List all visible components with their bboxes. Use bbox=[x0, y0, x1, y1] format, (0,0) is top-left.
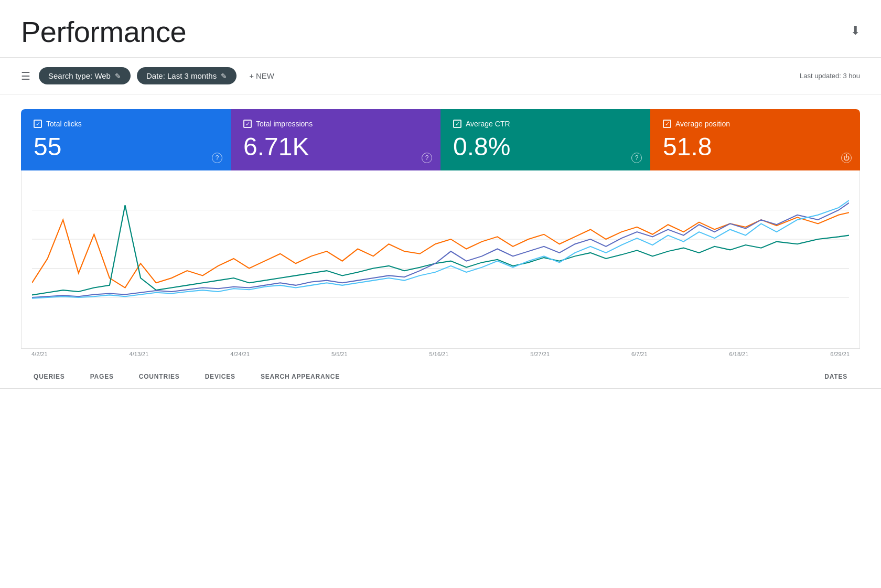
new-label: NEW bbox=[256, 71, 274, 80]
clicks-checkbox[interactable] bbox=[34, 120, 42, 128]
metric-card-total-impressions[interactable]: Total impressions 6.71K ? bbox=[231, 109, 440, 170]
impressions-checkbox[interactable] bbox=[243, 120, 252, 128]
metric-card-average-position[interactable]: Average position 51.8 ⏻ bbox=[650, 109, 860, 170]
date-edit-icon: ✎ bbox=[221, 72, 227, 80]
search-type-button[interactable]: Search type: Web ✎ bbox=[39, 67, 131, 84]
plus-icon: + bbox=[249, 71, 254, 80]
x-label-2: 4/24/21 bbox=[230, 351, 250, 357]
header-right: ⬇ bbox=[851, 15, 860, 38]
tab-queries[interactable]: QUERIES bbox=[21, 366, 78, 389]
filter-icon[interactable]: ☰ bbox=[21, 70, 30, 82]
performance-chart bbox=[32, 181, 849, 317]
new-filter-button[interactable]: + NEW bbox=[243, 67, 281, 84]
tab-pages[interactable]: PAGES bbox=[78, 366, 126, 389]
x-label-6: 6/7/21 bbox=[631, 351, 648, 357]
ctr-checkbox[interactable] bbox=[453, 120, 461, 128]
tab-search-appearance[interactable]: SEARCH APPEARANCE bbox=[248, 366, 352, 389]
ctr-label: Average CTR bbox=[466, 120, 510, 128]
x-label-4: 5/16/21 bbox=[429, 351, 449, 357]
position-value: 51.8 bbox=[663, 133, 847, 161]
metric-card-average-ctr[interactable]: Average CTR 0.8% ? bbox=[440, 109, 650, 170]
date-range-label: Date: Last 3 months bbox=[146, 71, 217, 80]
toolbar: ☰ Search type: Web ✎ Date: Last 3 months… bbox=[0, 58, 881, 94]
metrics-row: Total clicks 55 ? Total impressions 6.71… bbox=[21, 109, 860, 170]
x-label-5: 5/27/21 bbox=[530, 351, 550, 357]
bottom-tabs: QUERIES PAGES COUNTRIES DEVICES SEARCH A… bbox=[0, 366, 881, 389]
x-label-8: 6/29/21 bbox=[830, 351, 850, 357]
page-wrapper: Performance ⬇ ☰ Search type: Web ✎ Date:… bbox=[0, 0, 881, 588]
position-checkbox[interactable] bbox=[663, 120, 671, 128]
x-axis-labels: 4/2/21 4/13/21 4/24/21 5/5/21 5/16/21 5/… bbox=[21, 351, 860, 357]
page-title: Performance bbox=[21, 15, 186, 49]
metric-card-total-clicks[interactable]: Total clicks 55 ? bbox=[21, 109, 231, 170]
impressions-value: 6.71K bbox=[243, 133, 428, 161]
tab-devices[interactable]: DEVICES bbox=[192, 366, 248, 389]
chart-area bbox=[21, 170, 860, 349]
clicks-value: 55 bbox=[34, 133, 218, 161]
position-label: Average position bbox=[675, 120, 730, 128]
search-type-label: Search type: Web bbox=[48, 71, 111, 80]
page-header: Performance ⬇ bbox=[0, 0, 881, 58]
ctr-help-icon[interactable]: ? bbox=[631, 153, 642, 163]
download-icon[interactable]: ⬇ bbox=[851, 24, 860, 38]
position-help-icon[interactable]: ⏻ bbox=[841, 153, 852, 163]
date-range-button[interactable]: Date: Last 3 months ✎ bbox=[137, 67, 237, 84]
impressions-help-icon[interactable]: ? bbox=[422, 153, 432, 163]
ctr-value: 0.8% bbox=[453, 133, 638, 161]
last-updated: Last updated: 3 hou bbox=[800, 72, 860, 80]
x-label-0: 4/2/21 bbox=[31, 351, 48, 357]
tab-countries[interactable]: COUNTRIES bbox=[126, 366, 192, 389]
x-label-3: 5/5/21 bbox=[331, 351, 348, 357]
tab-dates[interactable]: DATES bbox=[812, 366, 860, 389]
impressions-label: Total impressions bbox=[256, 120, 313, 128]
x-label-7: 6/18/21 bbox=[729, 351, 749, 357]
x-label-1: 4/13/21 bbox=[130, 351, 149, 357]
clicks-label: Total clicks bbox=[46, 120, 82, 128]
search-type-edit-icon: ✎ bbox=[115, 72, 121, 80]
clicks-help-icon[interactable]: ? bbox=[212, 153, 222, 163]
